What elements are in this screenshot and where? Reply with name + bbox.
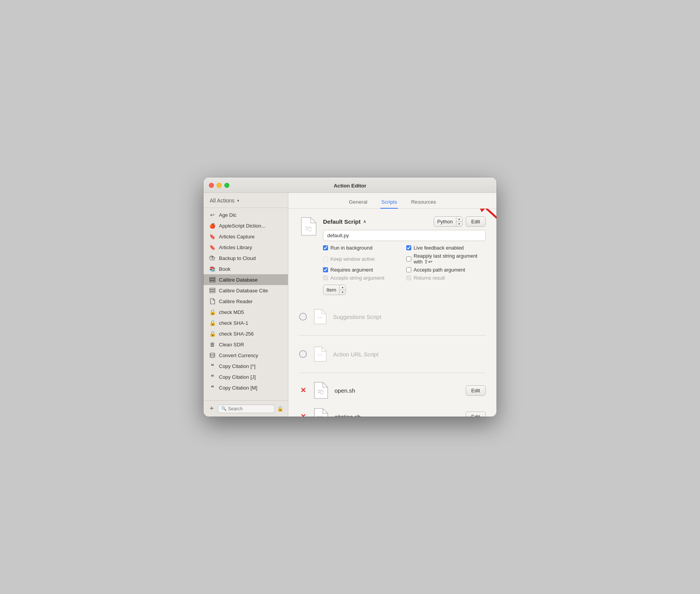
svg-rect-3 [210,281,215,282]
edit-default-script-button[interactable]: Edit [466,216,486,227]
window-title: Action Editor [334,183,367,189]
remove-open-sh-button[interactable]: ✕ [299,386,307,395]
sidebar-item-copy-citation-m[interactable]: ❝ Copy Citation [M] [204,382,288,393]
language-selector[interactable]: Python ▲ ▼ [434,216,462,227]
search-box[interactable]: 🔍 [218,405,275,413]
sidebar-header[interactable]: All Actions ▾ [204,193,288,208]
accepts-path-checkbox[interactable]: Accepts path argument [406,267,486,273]
filename-input[interactable] [323,230,486,241]
suggestions-script-section: Suggestions Script [299,306,486,327]
tab-resources[interactable]: Resources [410,197,437,209]
sidebar-item-label: Copy Citation [M] [219,385,257,391]
item-up-arrow[interactable]: ▲ [340,285,345,290]
sidebar-item-label: AppleScript Diction... [219,223,266,229]
sidebar-item-book[interactable]: 📚 Book [204,263,288,274]
sidebar-item-articles-library[interactable]: 🔖 Articles Library [204,242,288,253]
svg-rect-2 [210,279,215,280]
book-icon: 📚 [209,265,216,272]
title-chevron-icon: ∧ [363,219,366,224]
divider-2 [299,373,486,373]
sidebar-item-label: Articles Capture [219,234,254,240]
sidebar-header-text: All Actions [210,197,235,204]
sidebar: All Actions ▾ ↩ Age Dic 🍎 AppleScript Di… [204,193,288,417]
language-up-arrow[interactable]: ▲ [456,217,462,222]
add-action-button[interactable]: + [208,404,215,413]
sidebar-item-applescript[interactable]: 🍎 AppleScript Diction... [204,220,288,231]
language-value: Python [434,217,456,226]
sidebar-item-clean-sdr[interactable]: 🗑 Clean SDR [204,339,288,350]
sidebar-header-chevron: ▾ [237,198,239,203]
action-url-script-radio[interactable] [299,350,307,358]
item-down-arrow[interactable]: ▼ [340,290,345,295]
sidebar-item-label: Calibre Reader [219,299,252,304]
svg-rect-5 [210,290,215,291]
divider-1 [299,335,486,336]
svg-point-7 [210,353,215,354]
tabs: General Scripts Resources [288,193,496,209]
tab-scripts[interactable]: Scripts [380,197,398,209]
open-sh-icon [312,381,329,400]
citation-sh-row: ✕ citation.sh Edit [299,407,486,417]
sidebar-item-label: check MD5 [219,309,244,315]
minimize-button[interactable] [217,183,222,188]
returns-result-checkbox[interactable]: Returns result [406,275,486,281]
item-selector[interactable]: Item ▲ ▼ [323,285,346,295]
lock-icon: 🔒 [209,330,216,337]
sidebar-item-check-md5[interactable]: 🔒 check MD5 [204,307,288,317]
database-icon [209,276,216,283]
sidebar-item-copy-citation-caret[interactable]: ❝ Copy Citation [^] [204,361,288,371]
svg-line-9 [486,209,496,228]
content-area: All Actions ▾ ↩ Age Dic 🍎 AppleScript Di… [204,193,496,417]
bookmark-icon: 🔖 [209,244,216,251]
sidebar-item-label: Age Dic [219,212,237,218]
item-stepper[interactable]: ▲ ▼ [339,285,345,295]
reapply-string-checkbox[interactable]: Reapply last string argument with ⇧↩ [406,253,486,265]
sidebar-item-calibre-database-cite[interactable]: Calibre Database Cite [204,285,288,296]
sidebar-item-check-sha256[interactable]: 🔒 check SHA-256 [204,328,288,339]
sidebar-item-calibre-reader[interactable]: Calibre Reader [204,296,288,307]
svg-rect-1 [210,277,215,278]
search-icon: 🔍 [221,406,227,411]
edit-open-sh-button[interactable]: Edit [466,385,486,396]
sidebar-item-label: Calibre Database [219,277,257,283]
sidebar-item-label: Clean SDR [219,342,244,348]
citation-sh-icon [312,407,329,417]
sidebar-item-age-dic[interactable]: ↩ Age Dic [204,209,288,220]
open-sh-filename: open.sh [335,387,460,394]
lock-icon: 🔒 [277,406,283,412]
sidebar-item-label: Calibre Database Cite [219,288,268,294]
keep-window-active-checkbox[interactable]: Keep window active [323,253,402,265]
sidebar-item-convert-currency[interactable]: Convert Currency [204,350,288,361]
maximize-button[interactable] [224,183,229,188]
scripts-area: Default Script ∧ Python ▲ ▼ [288,209,496,417]
checkboxes-grid: Run in background Live feedback enabled … [323,245,486,281]
sidebar-item-calibre-database[interactable]: Calibre Database [204,274,288,285]
run-in-background-checkbox[interactable]: Run in background [323,245,402,251]
search-input[interactable] [228,406,271,412]
action-url-script-icon [312,346,328,363]
apple-icon: 🍎 [209,222,216,229]
accepts-string-checkbox[interactable]: Accepts string argument [323,275,402,281]
main-content: General Scripts Resources [288,193,496,417]
sidebar-item-backup-to-cloud[interactable]: Backup to Cloud [204,253,288,263]
live-feedback-checkbox[interactable]: Live feedback enabled [406,245,486,251]
remove-citation-sh-button[interactable]: ✕ [299,412,307,417]
titlebar: Action Editor [204,177,496,193]
svg-rect-4 [210,288,215,289]
edit-citation-sh-button[interactable]: Edit [466,412,486,417]
sidebar-item-label: Book [219,266,231,272]
sidebar-item-copy-citation-j[interactable]: ❝ Copy Citation [J] [204,371,288,382]
action-url-script-title: Action URL Script [333,351,379,358]
sidebar-item-check-sha1[interactable]: 🔒 check SHA-1 [204,317,288,328]
lock-icon: 🔒 [209,309,216,316]
database-icon [209,287,216,294]
language-stepper[interactable]: ▲ ▼ [456,217,462,226]
tab-general[interactable]: General [348,197,368,209]
default-script-title: Default Script ∧ [323,218,366,225]
language-down-arrow[interactable]: ▼ [456,222,462,226]
sidebar-item-articles-capture[interactable]: 🔖 Articles Capture [204,231,288,242]
close-button[interactable] [209,183,214,188]
requires-argument-checkbox[interactable]: Requires argument [323,267,402,273]
suggestions-script-radio[interactable] [299,313,307,321]
sidebar-item-label: Copy Citation [J] [219,374,256,380]
